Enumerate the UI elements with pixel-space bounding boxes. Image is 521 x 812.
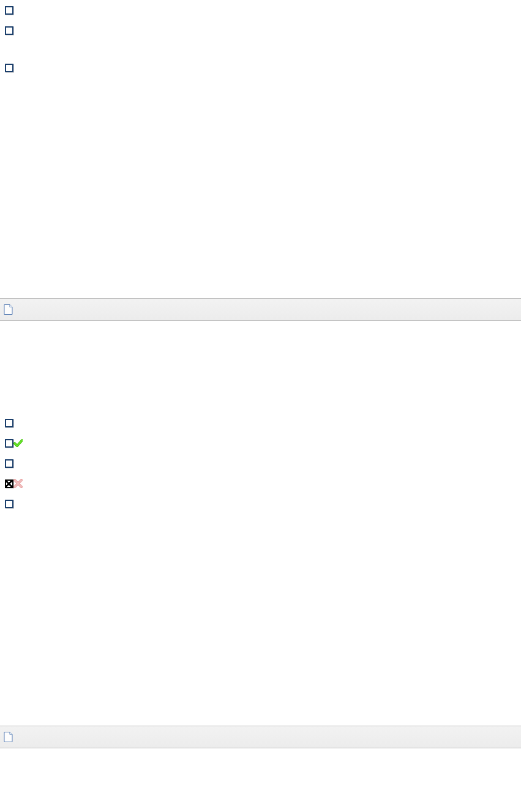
check-pass-icon <box>13 438 23 448</box>
checkbox[interactable] <box>5 64 13 72</box>
section-header[interactable] <box>0 726 521 748</box>
section-header[interactable] <box>0 298 521 321</box>
check-fail-icon <box>13 479 23 488</box>
checkbox[interactable] <box>5 6 13 15</box>
checkbox[interactable] <box>5 419 13 427</box>
list-row <box>0 473 521 494</box>
list-row <box>0 413 521 433</box>
list-row <box>0 0 521 20</box>
checkbox-checked[interactable] <box>5 479 13 488</box>
page-icon <box>4 732 13 742</box>
checkbox[interactable] <box>5 439 13 448</box>
list-row <box>0 453 521 473</box>
page-icon <box>4 304 13 315</box>
list-row <box>0 58 521 78</box>
list-row <box>0 20 521 40</box>
list-row <box>0 494 521 514</box>
checkbox[interactable] <box>5 459 13 468</box>
checkbox[interactable] <box>5 500 13 508</box>
checkbox[interactable] <box>5 26 13 35</box>
list-row <box>0 433 521 453</box>
list-row <box>0 806 521 812</box>
